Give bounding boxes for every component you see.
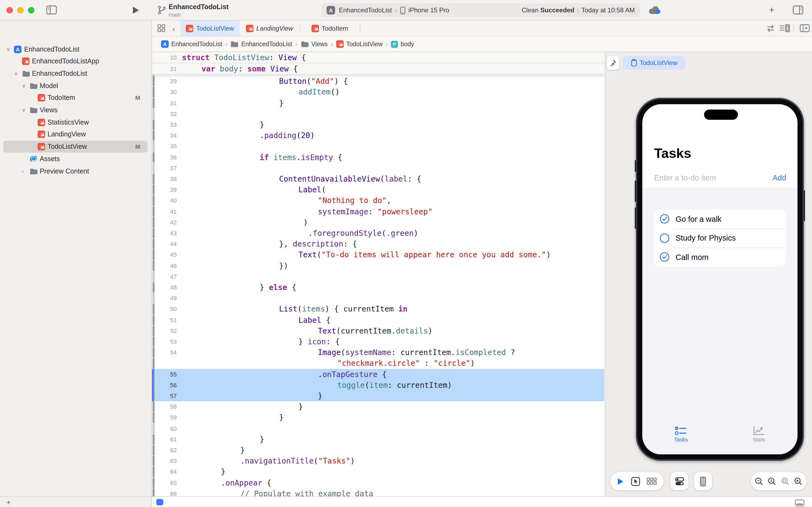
add-todo-button[interactable]: Add bbox=[772, 173, 786, 182]
line-number[interactable]: 66 bbox=[155, 488, 177, 496]
sidebar-item-EnhancedTodoList[interactable]: ∨AEnhancedTodoList bbox=[0, 43, 152, 55]
zoom-out-icon[interactable] bbox=[755, 477, 764, 486]
disclosure-open-icon[interactable]: ∨ bbox=[6, 47, 10, 52]
line-number[interactable]: 61 bbox=[155, 434, 177, 445]
phone-tab-Tasks[interactable]: Tasks bbox=[659, 426, 702, 443]
line-number[interactable]: 45 bbox=[155, 249, 177, 260]
run-button[interactable] bbox=[132, 6, 139, 14]
line-number[interactable]: 40 bbox=[155, 195, 177, 206]
disclosure-closed-icon[interactable]: › bbox=[22, 168, 23, 174]
line-number[interactable]: 42 bbox=[155, 217, 177, 228]
code-line-54[interactable]: 54Image(systemName: currentItem.isComple… bbox=[152, 347, 604, 358]
code-line-56[interactable]: 56toggle(item: currentItem) bbox=[152, 380, 604, 390]
disclosure-open-icon[interactable]: ∨ bbox=[22, 83, 25, 88]
todo-row-Study for Physics[interactable]: Study for Physics bbox=[653, 229, 786, 247]
line-number[interactable]: 47 bbox=[155, 271, 177, 282]
breadcrumb-EnhancedTodoList[interactable]: EnhancedTodoList bbox=[231, 41, 292, 47]
line-number[interactable]: 52 bbox=[155, 326, 177, 336]
code-line-38[interactable]: 38ContentUnavailableView(label: { bbox=[152, 173, 604, 184]
phone-tab-Stats[interactable]: Stats bbox=[737, 426, 780, 443]
breadcrumb-TodoListView[interactable]: TodoListView bbox=[336, 40, 383, 48]
line-number[interactable]: 63 bbox=[155, 455, 177, 466]
add-editor-icon[interactable] bbox=[800, 24, 810, 32]
code-line-37[interactable]: 37 bbox=[152, 163, 604, 173]
code-line-62[interactable]: 62} bbox=[152, 445, 604, 455]
zoom-100-icon[interactable]: 1 bbox=[768, 477, 777, 486]
code-line-40[interactable]: 40"Nothing to do", bbox=[152, 195, 604, 206]
device-settings-button[interactable] bbox=[670, 472, 689, 490]
add-tab-button[interactable]: + bbox=[769, 5, 774, 15]
code-line-51[interactable]: 51Label { bbox=[152, 315, 604, 325]
line-number[interactable]: 33 bbox=[155, 119, 177, 130]
line-number[interactable]: 48 bbox=[155, 282, 177, 293]
circle-icon[interactable] bbox=[659, 233, 670, 243]
line-number[interactable]: 62 bbox=[155, 445, 177, 455]
selectable-mode-icon[interactable] bbox=[631, 477, 640, 486]
code-line-39[interactable]: 39Label( bbox=[152, 184, 604, 195]
go-back-button[interactable]: ‹ bbox=[172, 24, 175, 33]
sidebar-item-StatisticsView[interactable]: StatisticsView bbox=[0, 116, 152, 128]
line-number[interactable]: 65 bbox=[155, 477, 177, 488]
variants-mode-icon[interactable] bbox=[647, 477, 657, 485]
code-line-48[interactable]: 48} else { bbox=[152, 282, 604, 293]
code-line-36[interactable]: 36if items.isEmpty { bbox=[152, 152, 604, 163]
scheme-and-status-bar[interactable]: A EnhancedTodoList › iPhone 15 Pro Clean… bbox=[321, 3, 640, 17]
sidebar-item-Assets[interactable]: Assets bbox=[0, 153, 152, 165]
pin-preview-button[interactable] bbox=[607, 56, 619, 70]
scheme-name[interactable]: EnhancedTodoList bbox=[339, 6, 392, 14]
code-line-30[interactable]: 30addItem() bbox=[152, 87, 604, 98]
code-line-33[interactable]: 33} bbox=[152, 119, 604, 130]
code-line-44[interactable]: 44}, description: { bbox=[152, 238, 604, 249]
line-number[interactable]: 10 bbox=[155, 52, 177, 63]
sidebar-item-EnhancedTodoListApp[interactable]: EnhancedTodoListApp bbox=[0, 55, 152, 67]
breadcrumb-body[interactable]: Pbody bbox=[391, 41, 414, 48]
code-line-wrap[interactable]: "checkmark.circle" : "circle") bbox=[152, 358, 604, 369]
zoom-window-button[interactable] bbox=[28, 7, 35, 13]
line-number[interactable]: 44 bbox=[155, 238, 177, 249]
code-line-32[interactable]: 32 bbox=[152, 109, 604, 119]
line-number[interactable]: 57 bbox=[155, 390, 177, 401]
zoom-in-icon[interactable] bbox=[794, 477, 803, 486]
sidebar-item-EnhancedTodoList[interactable]: ∨EnhancedTodoList bbox=[0, 67, 152, 80]
tab-TodoItem[interactable]: TodoItem bbox=[300, 20, 360, 36]
code-line-35[interactable]: 35 bbox=[152, 141, 604, 152]
checkmark-circle-icon[interactable] bbox=[659, 252, 670, 262]
line-number[interactable]: 38 bbox=[155, 173, 177, 184]
preview-on-device-button[interactable] bbox=[694, 472, 712, 490]
line-number[interactable]: 36 bbox=[155, 152, 177, 163]
sidebar-item-Preview Content[interactable]: ›Preview Content bbox=[0, 165, 152, 177]
sidebar-item-TodoItem[interactable]: TodoItemM bbox=[0, 92, 152, 104]
live-preview-icon[interactable] bbox=[617, 477, 624, 485]
line-number[interactable]: 41 bbox=[155, 206, 177, 217]
checkmark-circle-icon[interactable] bbox=[659, 214, 670, 224]
code-line-41[interactable]: 41systemImage: "powersleep" bbox=[152, 206, 604, 217]
code-line-59[interactable]: 59} bbox=[152, 412, 604, 423]
todo-input-field[interactable]: Enter a to-do item bbox=[654, 173, 716, 182]
line-number[interactable]: 51 bbox=[155, 315, 177, 325]
code-line-46[interactable]: 46}) bbox=[152, 260, 604, 271]
line-number[interactable]: 56 bbox=[155, 380, 177, 390]
code-line-61[interactable]: 61} bbox=[152, 434, 604, 445]
close-window-button[interactable] bbox=[6, 7, 13, 13]
toggle-debug-area-icon[interactable] bbox=[795, 500, 805, 506]
line-number[interactable]: 50 bbox=[155, 304, 177, 315]
line-number[interactable]: 30 bbox=[155, 87, 177, 98]
code-line-58[interactable]: 58} bbox=[152, 401, 604, 412]
code-line-34[interactable]: 34.padding(20) bbox=[152, 130, 604, 141]
line-number[interactable]: 54 bbox=[155, 347, 177, 358]
toggle-inspector-icon[interactable] bbox=[793, 5, 803, 14]
line-number[interactable]: 37 bbox=[155, 163, 177, 173]
add-file-button[interactable]: + bbox=[6, 498, 11, 506]
code-line-47[interactable]: 47 bbox=[152, 271, 604, 282]
line-number[interactable]: 59 bbox=[155, 412, 177, 423]
todo-row-Go for a walk[interactable]: Go for a walk bbox=[653, 210, 786, 229]
code-line-31[interactable]: 31} bbox=[152, 98, 604, 108]
line-number[interactable]: 53 bbox=[155, 336, 177, 347]
line-number[interactable]: 39 bbox=[155, 184, 177, 195]
code-line-10[interactable]: 10struct TodoListView: View { bbox=[152, 52, 604, 63]
code-line-21[interactable]: 21var body: some View { bbox=[152, 63, 604, 75]
line-number[interactable]: 55 bbox=[155, 369, 177, 380]
line-number[interactable]: 60 bbox=[155, 423, 177, 434]
todo-row-Call mom[interactable]: Call mom bbox=[653, 247, 786, 267]
code-line-63[interactable]: 63.navigationTitle("Tasks") bbox=[152, 455, 604, 466]
